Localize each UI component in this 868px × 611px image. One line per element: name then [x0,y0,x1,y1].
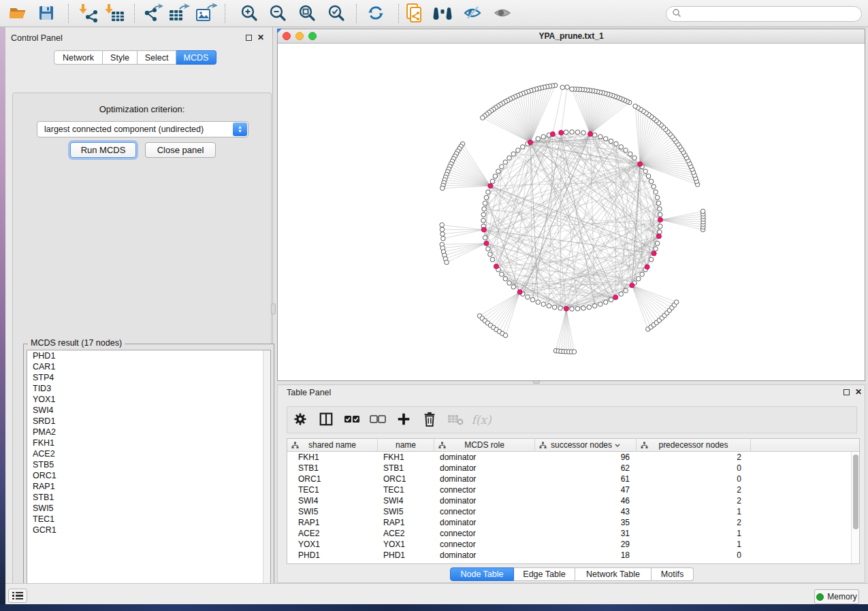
list-item[interactable]: GCR1 [27,525,270,535]
network-node[interactable] [511,152,516,156]
network-frame-titlebar[interactable]: YPA_prune.txt_1 [278,29,865,44]
network-node[interactable] [440,186,445,191]
network-node[interactable] [493,174,498,179]
network-from-selection-button[interactable] [402,2,425,25]
network-node[interactable] [619,145,624,150]
table-row[interactable]: PHD1PHD1dominator180 [287,550,859,561]
search-box[interactable] [666,6,862,22]
mcds-node[interactable] [638,162,643,167]
zoom-fit-button[interactable] [295,2,319,25]
mcds-node[interactable] [588,131,593,136]
task-history-button[interactable] [8,589,27,603]
network-node[interactable] [598,135,602,139]
network-node[interactable] [560,85,565,90]
table-row[interactable]: SWI4SWI4dominator462 [287,495,859,506]
network-node[interactable] [658,212,662,217]
tab-edge-table[interactable]: Edge Table [514,567,575,581]
network-node[interactable] [587,305,592,310]
network-node[interactable] [658,207,662,212]
network-node[interactable] [507,156,512,161]
mcds-node[interactable] [559,130,564,135]
deselect-all-button[interactable] [365,414,391,426]
delete-column-button[interactable] [417,412,443,429]
network-node[interactable] [581,131,586,135]
table-scrollbar[interactable] [851,452,859,563]
network-node[interactable] [481,212,486,217]
network-node[interactable] [503,160,508,165]
tab-node-table[interactable]: Node Table [450,567,514,581]
network-node[interactable] [440,232,445,237]
network-node[interactable] [640,272,645,277]
mcds-node[interactable] [481,227,486,232]
select-all-button[interactable] [339,414,365,426]
network-node[interactable] [652,184,656,189]
network-node[interactable] [656,201,661,205]
network-node[interactable] [500,165,504,169]
apply-layout-button[interactable] [364,2,387,25]
network-node[interactable] [486,190,491,195]
network-node[interactable] [646,174,651,179]
network-node[interactable] [609,139,613,144]
network-node[interactable] [441,236,446,241]
list-item[interactable]: YOX1 [27,394,270,405]
import-network-button[interactable] [78,2,101,25]
mcds-node[interactable] [517,290,522,295]
network-node[interactable] [547,303,551,308]
table-row[interactable]: YOX1YOX1connector291 [287,539,859,550]
mcds-node[interactable] [656,234,661,239]
network-node[interactable] [603,137,608,142]
network-node[interactable] [564,130,568,135]
zoom-selected-button[interactable] [325,2,348,25]
tab-mcds[interactable]: MCDS [176,50,216,65]
network-node[interactable] [614,142,619,146]
close-table-panel-icon[interactable]: ✕ [855,389,862,395]
column-header-name[interactable]: name [378,439,434,451]
network-node[interactable] [511,284,516,289]
save-session-button[interactable] [35,2,58,25]
network-node[interactable] [541,302,546,307]
network-node[interactable] [507,281,512,286]
network-node[interactable] [552,305,557,310]
table-row[interactable]: RAP1RAP1dominator352 [287,517,859,528]
network-node[interactable] [603,300,608,305]
network-node[interactable] [565,85,570,90]
tab-select[interactable]: Select [138,50,176,65]
list-item[interactable]: STB5 [27,459,270,470]
tab-network[interactable]: Network [54,50,103,65]
zoom-out-button[interactable] [266,2,289,25]
mcds-node[interactable] [645,265,649,269]
open-session-button[interactable] [6,2,29,25]
table-row[interactable]: ACE2ACE2connector311 [287,528,859,539]
network-node[interactable] [649,257,654,262]
add-column-button[interactable] [391,412,417,429]
list-item[interactable]: STP4 [27,372,270,383]
network-node[interactable] [658,224,662,229]
vertical-splitter-handle[interactable] [271,303,276,314]
network-node[interactable] [581,306,586,311]
network-node[interactable] [480,116,485,120]
network-node[interactable] [619,292,624,297]
network-node[interactable] [503,333,508,338]
network-node[interactable] [598,302,602,307]
tab-motifs[interactable]: Motifs [652,567,694,581]
network-node[interactable] [654,246,658,251]
list-item[interactable]: PMA2 [27,427,270,437]
float-panel-icon[interactable] [246,35,252,41]
network-node[interactable] [445,260,449,265]
network-node[interactable] [592,303,597,308]
network-node[interactable] [483,235,487,240]
network-node[interactable] [674,300,679,305]
optimization-criterion-dropdown[interactable]: largest connected component (undirected)… [37,121,248,137]
network-node[interactable] [483,201,487,205]
network-node[interactable] [486,246,491,251]
list-item[interactable]: SWI4 [27,405,270,416]
search-network-button[interactable] [431,2,454,25]
network-node[interactable] [520,145,525,150]
network-node[interactable] [570,130,575,135]
close-panel-button[interactable]: Close panel [145,142,216,158]
tab-style[interactable]: Style [103,50,138,65]
run-mcds-button[interactable]: Run MCDS [70,142,136,158]
network-node[interactable] [488,252,493,257]
network-node[interactable] [558,306,563,311]
network-node[interactable] [592,133,597,137]
